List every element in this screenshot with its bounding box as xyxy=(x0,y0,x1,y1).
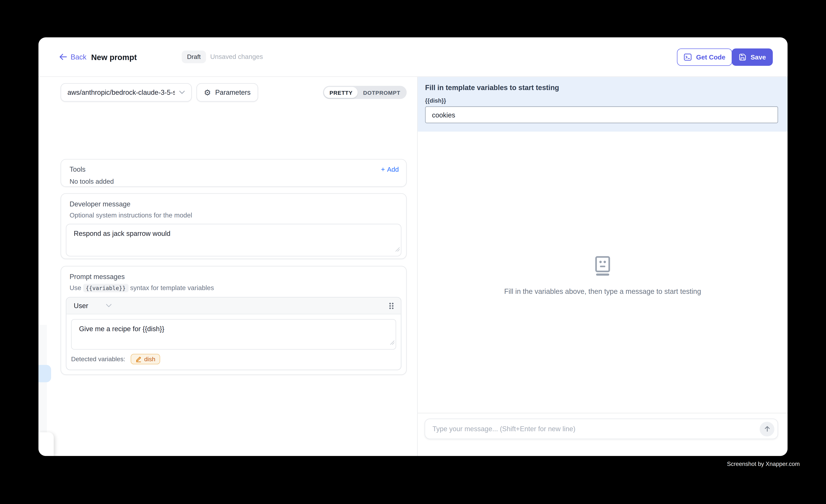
tools-empty-text: No tools added xyxy=(61,173,406,185)
message-role-header: User xyxy=(66,298,401,314)
chat-message-input[interactable] xyxy=(431,425,760,433)
send-button[interactable] xyxy=(760,422,774,436)
detected-variables-row: Detected variables: dish xyxy=(66,350,401,370)
rail-popover-fragment xyxy=(39,432,54,456)
save-button[interactable]: Save xyxy=(731,48,773,66)
chat-empty-state: Fill in the variables above, then type a… xyxy=(418,256,787,295)
message-block: User Give me a recipe for {{dish}} xyxy=(66,297,401,370)
subtitle-suffix: syntax for template variables xyxy=(128,284,214,292)
toggle-dotprompt[interactable]: DOTPROMPT xyxy=(358,87,406,98)
add-tool-button[interactable]: + Add xyxy=(381,166,399,173)
add-tool-label: Add xyxy=(387,166,399,173)
parameters-button[interactable]: ⚙ Parameters xyxy=(196,83,258,102)
variable-badge-dish[interactable]: dish xyxy=(130,354,160,364)
tools-title: Tools xyxy=(69,165,85,173)
view-mode-toggle: PRETTY DOTPROMPT xyxy=(323,86,407,99)
prompt-editor-pane: aws/anthropic/bedrock-claude-3-5-s... ⚙ … xyxy=(39,77,417,456)
role-select[interactable]: User xyxy=(74,302,112,310)
role-select-value: User xyxy=(74,302,88,310)
gear-icon: ⚙ xyxy=(204,88,211,96)
page-title: New prompt xyxy=(91,37,137,76)
chat-divider xyxy=(418,413,787,414)
template-variables-section: Fill in template variables to start test… xyxy=(418,77,787,132)
empty-state-text: Fill in the variables above, then type a… xyxy=(504,288,701,295)
pencil-icon xyxy=(135,356,141,362)
back-label: Back xyxy=(71,53,86,61)
chevron-down-icon xyxy=(179,90,185,94)
scaler: Back New prompt Draft Unsaved changes Ge… xyxy=(0,0,826,504)
robot-face-icon xyxy=(594,256,611,276)
developer-message-subtitle: Optional system instructions for the mod… xyxy=(61,208,406,219)
prompt-messages-subtitle: Use {{variable}} syntax for template var… xyxy=(61,281,406,292)
chevron-down-icon xyxy=(106,304,112,308)
message-field-wrap: Give me a recipe for {{dish}} xyxy=(71,319,396,350)
tools-card-header: Tools + Add xyxy=(61,160,406,173)
back-button[interactable]: Back xyxy=(60,37,86,76)
save-label: Save xyxy=(751,54,766,61)
model-toolbar: aws/anthropic/bedrock-claude-3-5-s... ⚙ … xyxy=(61,83,407,102)
subtitle-prefix: Use xyxy=(69,284,83,292)
unsaved-changes-text: Unsaved changes xyxy=(210,53,263,60)
resize-handle-icon[interactable] xyxy=(395,244,400,254)
developer-message-input[interactable]: Respond as jack sparrow would xyxy=(66,224,401,256)
message-input[interactable]: Give me a recipe for {{dish}} xyxy=(71,319,396,350)
tools-card: Tools + Add No tools added xyxy=(61,159,407,187)
variable-badge-label: dish xyxy=(144,356,155,362)
detected-variables-label: Detected variables: xyxy=(71,356,125,363)
developer-message-card: Developer message Optional system instru… xyxy=(61,193,407,259)
developer-message-title: Developer message xyxy=(61,194,406,208)
app-header: Back New prompt Draft Unsaved changes Ge… xyxy=(39,37,787,77)
message-body: Give me a recipe for {{dish}} xyxy=(66,314,401,350)
watermark-text: Screenshot by Xnapper.com xyxy=(727,461,800,467)
save-disk-icon xyxy=(739,53,747,61)
model-selector-value: aws/anthropic/bedrock-claude-3-5-s... xyxy=(67,88,175,96)
prompt-messages-card: Prompt messages Use {{variable}} syntax … xyxy=(61,266,407,375)
get-code-button[interactable]: Get Code xyxy=(677,48,732,66)
chat-input-container xyxy=(425,419,778,439)
variable-field-label: {{dish}} xyxy=(425,98,778,104)
parameters-label: Parameters xyxy=(215,88,251,96)
resize-handle-icon[interactable] xyxy=(390,337,395,347)
rail-active-highlight xyxy=(39,365,51,382)
toggle-pretty[interactable]: PRETTY xyxy=(324,87,358,98)
variable-syntax-code: {{variable}} xyxy=(83,284,128,292)
tester-pane: Fill in template variables to start test… xyxy=(418,77,787,456)
terminal-icon xyxy=(684,53,692,61)
prompt-messages-title: Prompt messages xyxy=(61,266,406,281)
arrow-left-icon xyxy=(60,54,67,60)
tester-title: Fill in template variables to start test… xyxy=(425,84,778,91)
screenshot-stage: Back New prompt Draft Unsaved changes Ge… xyxy=(0,0,826,504)
status-badge: Draft xyxy=(182,51,206,63)
drag-handle-icon[interactable] xyxy=(389,303,391,304)
model-selector[interactable]: aws/anthropic/bedrock-claude-3-5-s... xyxy=(61,83,192,102)
app-window: Back New prompt Draft Unsaved changes Ge… xyxy=(39,37,787,456)
developer-message-field-wrap: Respond as jack sparrow would xyxy=(66,224,401,256)
arrow-up-icon xyxy=(764,425,770,432)
variable-value-input[interactable] xyxy=(425,106,778,123)
get-code-label: Get Code xyxy=(696,54,725,61)
plus-icon: + xyxy=(381,166,385,173)
